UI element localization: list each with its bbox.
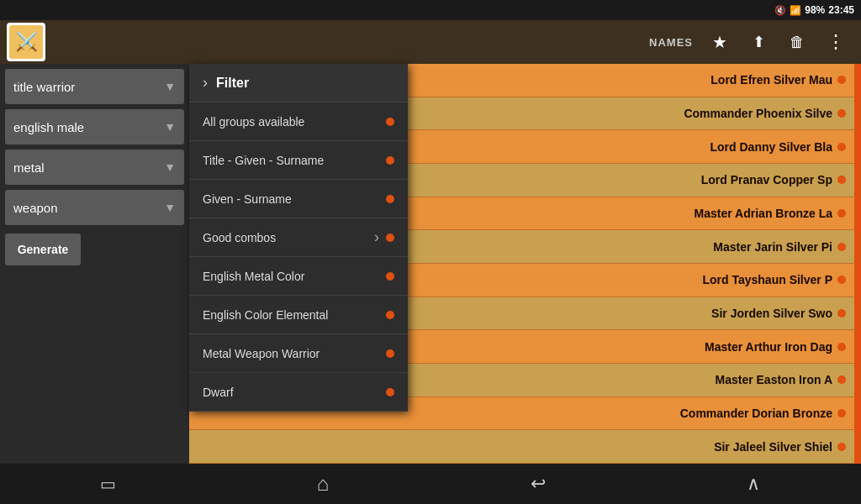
more-button[interactable]: ⋮ [817, 24, 854, 60]
wifi-icon: 📶 [790, 5, 801, 16]
name-row-indicator [837, 343, 846, 351]
mute-icon: 🔇 [774, 5, 786, 16]
dropdown-item-expand-arrow: › [374, 228, 379, 246]
status-icons: 🔇 📶 98% 23:45 [774, 4, 854, 16]
more-icon: ⋮ [827, 31, 845, 53]
dropdown-item-text: English Metal Color [203, 270, 379, 283]
name-row[interactable]: Sir Jaleel Silver Shiel [189, 430, 854, 464]
dropdown-item-good-combos[interactable]: Good combos › [189, 218, 408, 257]
dropdown-item-dot [386, 118, 394, 126]
status-bar: 🔇 📶 98% 23:45 [0, 0, 861, 20]
generate-button[interactable]: Generate [5, 234, 81, 265]
app-icon: ⚔️ [7, 23, 45, 61]
dropdown-item-title-given-surname[interactable]: Title - Given - Surname [189, 141, 408, 180]
title-input-container[interactable]: title warrior ▼ [5, 69, 184, 104]
toolbar: ⚔️ NAMES ★ ⬆ 🗑 ⋮ [0, 20, 861, 64]
name-row-indicator [837, 309, 846, 318]
dropdown-item-english-metal-color[interactable]: English Metal Color [189, 257, 408, 296]
star-icon: ★ [712, 32, 727, 52]
name-row-indicator [837, 176, 846, 184]
name-row-indicator [837, 209, 846, 218]
metal-input-arrow: ▼ [164, 160, 176, 174]
name-row-indicator [837, 276, 846, 284]
dropdown-item-text: All groups available [203, 115, 379, 129]
language-input-container[interactable]: english male ▼ [5, 109, 184, 144]
back-button[interactable]: ↩ [513, 467, 563, 501]
language-input-value: english male [13, 120, 164, 134]
name-row-indicator [837, 143, 846, 151]
dropdown-item-text: Dwarf [203, 386, 379, 399]
language-input-arrow: ▼ [164, 120, 176, 134]
delete-button[interactable]: 🗑 [779, 24, 816, 60]
name-row-indicator [837, 375, 846, 384]
share-button[interactable]: ⬆ [740, 24, 777, 60]
toolbar-label: NAMES [649, 36, 693, 49]
dropdown-item-dot [386, 272, 394, 281]
time-display: 23:45 [828, 4, 854, 16]
up-button[interactable]: ∧ [728, 467, 779, 501]
weapon-input-value: weapon [13, 201, 164, 215]
recent-apps-button[interactable]: ▭ [82, 467, 133, 501]
dropdown-item-text: Metal Weapon Warrior [203, 347, 379, 360]
dropdown-item-dot [386, 234, 394, 242]
scroll-indicator [854, 64, 861, 464]
weapon-input-container[interactable]: weapon ▼ [5, 190, 184, 225]
dropdown-header-text: Filter [216, 76, 249, 91]
dropdown-item-text: Given - Surname [203, 192, 379, 206]
weapon-input-arrow: ▼ [164, 201, 176, 214]
back-icon: ↩ [531, 473, 546, 495]
title-input-arrow: ▼ [164, 80, 176, 93]
main-content: title warrior ▼ english male ▼ metal ▼ w… [0, 64, 861, 464]
delete-icon: 🗑 [790, 34, 805, 51]
dropdown-back-arrow: › [203, 74, 208, 92]
home-button[interactable]: ⌂ [298, 467, 348, 501]
bottom-nav: ▭ ⌂ ↩ ∧ [0, 464, 861, 504]
toolbar-actions: NAMES ★ ⬆ 🗑 ⋮ [649, 24, 854, 60]
title-input-value: title warrior [13, 80, 164, 94]
dropdown-item-metal-weapon-warrior[interactable]: Metal Weapon Warrior [189, 334, 408, 373]
dropdown-item-text: Good combos [203, 231, 374, 244]
dropdown-item-all-groups[interactable]: All groups available [189, 102, 408, 141]
recent-apps-icon: ▭ [100, 474, 116, 494]
metal-input-container[interactable]: metal ▼ [5, 150, 184, 185]
name-row-indicator [837, 109, 846, 118]
home-icon: ⌂ [317, 472, 330, 496]
dropdown-item-dwarf[interactable]: Dwarf [189, 373, 408, 412]
dropdown-item-dot [386, 388, 394, 396]
share-icon: ⬆ [753, 33, 765, 51]
dropdown-item-text: Title - Given - Surname [203, 154, 379, 167]
name-row-indicator [837, 409, 846, 417]
up-icon: ∧ [747, 473, 760, 495]
dropdown-item-dot [386, 195, 394, 203]
name-row-indicator [837, 443, 846, 451]
name-row-indicator [837, 243, 846, 251]
name-row-indicator [837, 76, 846, 84]
metal-input-value: metal [13, 160, 164, 175]
dropdown-item-dot [386, 349, 394, 358]
dropdown-item-dot [386, 156, 394, 165]
battery-text: 98% [805, 4, 825, 16]
dropdown-item-text: English Color Elemental [203, 308, 379, 322]
star-button[interactable]: ★ [701, 24, 738, 60]
name-row-text: Sir Jaleel Silver Shiel [198, 440, 832, 454]
dropdown-item-english-color-elemental[interactable]: English Color Elemental [189, 296, 408, 334]
dropdown-header: › Filter [189, 64, 408, 102]
dropdown-item-given-surname[interactable]: Given - Surname [189, 180, 408, 218]
dropdown-item-dot [386, 311, 394, 319]
app-logo: ⚔️ [9, 25, 43, 59]
sidebar: title warrior ▼ english male ▼ metal ▼ w… [0, 64, 189, 464]
filter-dropdown: › Filter All groups available Title - Gi… [189, 64, 408, 412]
